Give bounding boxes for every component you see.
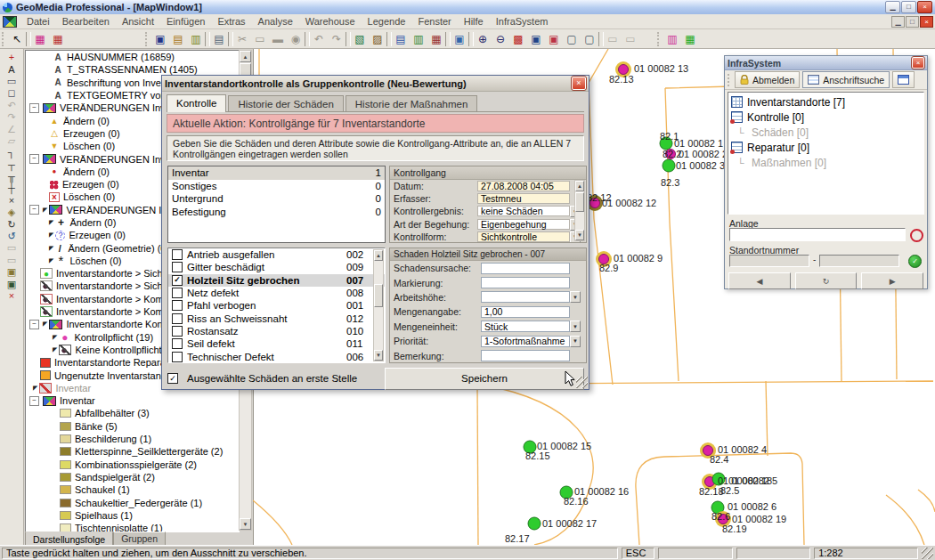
checkbox[interactable]: [172, 326, 183, 337]
standortnummer-field-1[interactable]: [729, 255, 809, 267]
menu-item[interactable]: Analyse: [252, 15, 299, 28]
scroll-up-icon[interactable]: [240, 51, 251, 62]
field-input[interactable]: 1,00 ▼: [481, 306, 570, 318]
edit-tool-button[interactable]: ▱: [3, 135, 20, 147]
mdi-window-control-button[interactable]: ×: [920, 16, 933, 28]
tree-row[interactable]: Schäden [0]: [728, 125, 923, 140]
checkbox[interactable]: [172, 338, 183, 349]
toolbar-button[interactable]: [657, 32, 663, 46]
expand-toggle-icon[interactable]: −: [29, 103, 39, 113]
toolbar-button[interactable]: ▭: [251, 31, 269, 47]
edit-tool-button[interactable]: ┬: [3, 159, 20, 171]
toolbar-button[interactable]: ▭: [622, 31, 639, 47]
scroll-down-icon[interactable]: [240, 518, 251, 530]
toolbar-button[interactable]: ▣: [545, 31, 563, 47]
toolbar-button[interactable]: ▤: [392, 31, 410, 47]
legend-row[interactable]: Kletterspinne_Seilklettergeräte (2): [26, 445, 239, 458]
legend-tab[interactable]: Gruppen: [113, 532, 166, 546]
toolbar-button[interactable]: ▬: [269, 31, 287, 47]
dialog-title-bar[interactable]: Inventarstandortkontrolle als Gruppenkon…: [162, 76, 589, 92]
legend-row[interactable]: Beschilderung (1): [26, 433, 239, 445]
toolbar-button[interactable]: [2, 32, 8, 46]
toolbar-button[interactable]: ▦: [681, 31, 699, 47]
field-input[interactable]: ▼: [481, 350, 570, 361]
damage-list-scrollbar[interactable]: [373, 249, 384, 361]
scroll-down-icon[interactable]: [374, 350, 383, 361]
menu-item[interactable]: Warehouse: [299, 15, 362, 28]
scrollbar-thumb[interactable]: [374, 284, 383, 307]
clear-circle-icon[interactable]: [910, 229, 923, 242]
refresh-button[interactable]: ↻: [795, 272, 858, 289]
edit-tool-button[interactable]: ↻: [3, 218, 20, 230]
checkbox[interactable]: [172, 352, 183, 362]
legend-row[interactable]: HAUSNUMMER (16859): [26, 51, 239, 63]
expand-toggle-icon[interactable]: −: [29, 154, 39, 164]
scroll-up-icon[interactable]: [575, 181, 584, 191]
toolbar-button[interactable]: [639, 31, 657, 47]
edit-tool-button[interactable]: ◈: [3, 207, 20, 218]
damage-row[interactable]: Pfahl verbogen 001: [168, 299, 385, 312]
field-input[interactable]: ▼: [481, 291, 570, 303]
checkbox[interactable]: ✓: [167, 373, 178, 384]
toolbar-button[interactable]: ▦: [31, 31, 49, 47]
toolbar-button[interactable]: ▨: [369, 31, 386, 47]
toolbar-button[interactable]: ▥: [187, 31, 205, 47]
damage-row[interactable]: Seil defekt 011: [168, 337, 385, 350]
toolbar-button[interactable]: ◉: [287, 31, 305, 47]
toolbar-button[interactable]: ✂: [233, 31, 251, 47]
toolbar-button[interactable]: ▦: [427, 31, 445, 47]
toolbar-button[interactable]: ▤: [169, 31, 187, 47]
edit-tool-button[interactable]: ◻: [3, 87, 20, 99]
window-control-button[interactable]: □: [901, 1, 916, 13]
toolbar-button[interactable]: ▩: [509, 31, 527, 47]
toolbar-button[interactable]: ↶: [310, 31, 328, 47]
checkbox[interactable]: [172, 288, 183, 298]
toolbar-button[interactable]: ▣: [451, 31, 468, 47]
category-row[interactable]: Untergrund 0: [168, 192, 385, 206]
toolbar-button[interactable]: ▧: [351, 31, 369, 47]
edit-tool-button[interactable]: A: [3, 63, 20, 75]
field-value[interactable]: Testmneu ▼: [477, 193, 570, 204]
toolbar-button[interactable]: [67, 31, 145, 47]
legend-row[interactable]: Spielhaus (1): [26, 509, 239, 522]
close-icon[interactable]: ×: [912, 57, 924, 69]
mdi-window-control-button[interactable]: □: [906, 16, 919, 28]
expand-toggle-icon[interactable]: −: [29, 205, 39, 215]
category-list[interactable]: Inventar 1 Sonstiges 0 Untergrund 0 Befe…: [167, 166, 386, 243]
anlage-input[interactable]: [729, 228, 906, 241]
toolbar-button[interactable]: ▭: [604, 31, 622, 47]
toolbar-button[interactable]: ▢: [563, 31, 581, 47]
menu-item[interactable]: Ansicht: [116, 15, 160, 28]
toolbar-button[interactable]: ▢: [581, 31, 598, 47]
edit-tool-button[interactable]: ┼: [3, 183, 20, 194]
window-control-button[interactable]: ▁: [885, 1, 900, 13]
toolbar-button[interactable]: ▥: [663, 31, 681, 47]
field-input[interactable]: ▼: [481, 277, 570, 288]
window-tool-button[interactable]: [892, 71, 915, 88]
menu-item[interactable]: Fenster: [411, 15, 457, 28]
field-value[interactable]: Sichtkontrolle ▼: [477, 231, 570, 242]
damage-row[interactable]: Gitter beschädigt 009: [168, 261, 385, 273]
checkbox[interactable]: [172, 300, 183, 311]
toolbar-button[interactable]: ▣: [527, 31, 545, 47]
toolbar-button[interactable]: ↷: [328, 31, 346, 47]
menu-item[interactable]: Hilfe: [458, 15, 490, 28]
checkbox[interactable]: [172, 262, 183, 272]
previous-record-button[interactable]: ◀: [728, 272, 791, 289]
field-value[interactable]: keine Schäden ▼: [477, 206, 570, 216]
kontrollgang-scrollbar[interactable]: [574, 180, 585, 241]
edit-tool-button[interactable]: ▭: [3, 242, 20, 254]
expand-toggle-icon[interactable]: −: [29, 320, 39, 329]
damage-row[interactable]: Antrieb ausgefallen 002: [168, 248, 385, 261]
infrasystem-tree[interactable]: Inventarstandorte [7] Kontrolle [0] Schä…: [728, 92, 924, 215]
save-button[interactable]: Speichern: [385, 368, 584, 390]
chevron-down-icon[interactable]: ▼: [570, 291, 581, 303]
edit-tool-button[interactable]: ∠: [3, 123, 20, 134]
menu-item[interactable]: Extras: [211, 15, 251, 28]
legend-row[interactable]: Abfallbehälter (3): [26, 407, 239, 419]
edit-tool-button[interactable]: ▭: [3, 255, 20, 266]
expand-toggle-icon[interactable]: −: [29, 396, 39, 406]
legend-row[interactable]: Sandspielgerät (2): [26, 471, 239, 483]
edit-tool-button[interactable]: +: [3, 52, 20, 63]
edit-tool-button[interactable]: ▣: [3, 278, 20, 289]
